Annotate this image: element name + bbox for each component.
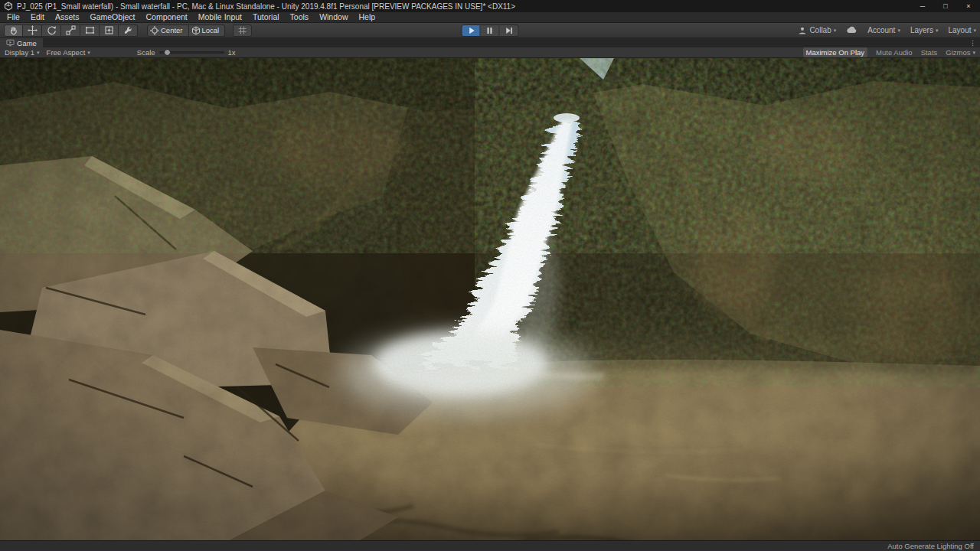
lighting-status[interactable]: Auto Generate Lighting Off bbox=[887, 542, 974, 550]
gizmos-dropdown[interactable]: Gizmos ▾ bbox=[946, 48, 975, 57]
collab-label: Collab bbox=[809, 26, 831, 34]
aspect-ratio-dropdown[interactable]: Free Aspect ▾ bbox=[47, 48, 90, 57]
main-toolbar: Center Local bbox=[0, 23, 980, 38]
rect-tool-button[interactable] bbox=[80, 24, 100, 37]
game-tab[interactable]: Game bbox=[0, 38, 43, 47]
account-label: Account bbox=[867, 26, 895, 34]
scale-icon bbox=[66, 25, 76, 35]
game-view-controls: Display 1 ▾ Free Aspect ▾ Scale 1x Maxim… bbox=[0, 47, 980, 58]
game-tab-label: Game bbox=[17, 39, 37, 47]
scale-tool-button[interactable] bbox=[61, 24, 80, 37]
layout-label: Layout bbox=[948, 26, 971, 34]
layers-label: Layers bbox=[910, 26, 933, 34]
hand-tool-button[interactable] bbox=[4, 24, 23, 37]
chevron-down-icon: ▾ bbox=[973, 28, 976, 33]
menu-bar: File Edit Assets GameObject Component Mo… bbox=[0, 12, 980, 23]
maximize-button[interactable]: □ bbox=[934, 0, 957, 12]
pivot-local-button[interactable]: Local bbox=[189, 24, 226, 37]
pivot-center-button[interactable]: Center bbox=[147, 24, 189, 37]
snap-group bbox=[233, 24, 252, 37]
pause-icon bbox=[485, 26, 495, 35]
rotate-tool-button[interactable] bbox=[42, 24, 61, 37]
stats-button[interactable]: Stats bbox=[921, 48, 938, 57]
layout-dropdown[interactable]: Layout ▾ bbox=[948, 26, 976, 34]
gizmos-label: Gizmos bbox=[946, 48, 970, 57]
local-pivot-icon bbox=[191, 26, 201, 35]
window-titlebar: PJ_025 (P1_Small waterfall) - Small wate… bbox=[0, 0, 980, 12]
custom-tool-button[interactable] bbox=[119, 24, 138, 37]
scale-slider[interactable] bbox=[159, 51, 224, 54]
cloud-button[interactable] bbox=[846, 25, 858, 35]
menu-item-component[interactable]: Component bbox=[140, 12, 192, 22]
menu-item-tools[interactable]: Tools bbox=[285, 12, 315, 22]
chevron-down-icon: ▾ bbox=[87, 50, 90, 55]
maximize-on-play-button[interactable]: Maximize On Play bbox=[803, 47, 868, 57]
display-dropdown[interactable]: Display 1 ▾ bbox=[5, 48, 40, 57]
window-title: PJ_025 (P1_Small waterfall) - Small wate… bbox=[17, 2, 515, 11]
scale-control: Scale 1x bbox=[137, 48, 236, 57]
collab-dropdown[interactable]: Collab ▾ bbox=[798, 26, 836, 35]
playback-controls bbox=[462, 24, 519, 37]
scene-render bbox=[0, 58, 980, 540]
menu-item-tutorial[interactable]: Tutorial bbox=[247, 12, 285, 22]
grid-snap-icon bbox=[237, 25, 247, 35]
pivot-local-label: Local bbox=[201, 26, 223, 34]
menu-item-gameobject[interactable]: GameObject bbox=[85, 12, 141, 22]
cloud-icon bbox=[846, 25, 858, 34]
tab-options-icon[interactable]: ⋮ bbox=[965, 38, 980, 47]
game-view-right-controls: Maximize On Play Mute Audio Stats Gizmos… bbox=[803, 47, 975, 57]
pause-button[interactable] bbox=[481, 24, 500, 37]
window-controls: ─ □ × bbox=[911, 0, 980, 12]
play-icon bbox=[466, 26, 475, 35]
menu-item-assets[interactable]: Assets bbox=[50, 12, 85, 22]
step-button[interactable] bbox=[500, 24, 519, 37]
layers-dropdown[interactable]: Layers ▾ bbox=[910, 26, 939, 34]
minimize-button[interactable]: ─ bbox=[911, 0, 934, 12]
transform-tool-button[interactable] bbox=[100, 24, 119, 37]
menu-item-window[interactable]: Window bbox=[314, 12, 353, 22]
menu-item-edit[interactable]: Edit bbox=[25, 12, 50, 22]
center-pivot-icon bbox=[150, 26, 159, 35]
rotate-icon bbox=[47, 25, 57, 35]
game-viewport[interactable] bbox=[0, 58, 980, 540]
transform-icon bbox=[104, 25, 114, 35]
chevron-down-icon: ▾ bbox=[37, 50, 40, 55]
rect-icon bbox=[85, 25, 95, 35]
transform-tools-group bbox=[4, 24, 138, 37]
chevron-down-icon: ▾ bbox=[834, 28, 837, 33]
play-button[interactable] bbox=[462, 24, 481, 37]
step-icon bbox=[505, 26, 514, 35]
pivot-center-label: Center bbox=[159, 26, 186, 34]
custom-tool-icon bbox=[123, 25, 133, 35]
chevron-down-icon: ▾ bbox=[972, 50, 975, 55]
move-tool-button[interactable] bbox=[23, 24, 42, 37]
display-label: Display 1 bbox=[5, 48, 34, 57]
unity-logo-icon bbox=[4, 2, 13, 11]
status-bar: Auto Generate Lighting Off bbox=[0, 540, 980, 551]
mute-audio-button[interactable]: Mute Audio bbox=[876, 48, 913, 57]
scale-slider-thumb[interactable] bbox=[164, 49, 171, 56]
chevron-down-icon: ▾ bbox=[897, 28, 900, 33]
pivot-group: Center Local bbox=[147, 24, 225, 37]
hand-icon bbox=[8, 25, 18, 35]
chevron-down-icon: ▾ bbox=[936, 28, 939, 33]
collab-icon bbox=[798, 26, 807, 35]
game-tab-icon bbox=[6, 39, 15, 47]
aspect-label: Free Aspect bbox=[47, 48, 86, 57]
scale-value: 1x bbox=[228, 48, 236, 57]
menu-item-mobile-input[interactable]: Mobile Input bbox=[193, 12, 247, 22]
menu-item-help[interactable]: Help bbox=[353, 12, 381, 22]
move-icon bbox=[28, 25, 38, 35]
account-dropdown[interactable]: Account ▾ bbox=[867, 26, 900, 34]
vignette-overlay bbox=[0, 58, 980, 540]
menu-item-file[interactable]: File bbox=[2, 12, 25, 22]
toolbar-right-group: Collab ▾ Account ▾ Layers ▾ Layout ▾ bbox=[798, 25, 976, 35]
game-tab-strip: Game ⋮ bbox=[0, 38, 980, 47]
grid-snap-button[interactable] bbox=[233, 24, 252, 37]
scale-label: Scale bbox=[137, 48, 155, 57]
close-button[interactable]: × bbox=[957, 0, 980, 12]
